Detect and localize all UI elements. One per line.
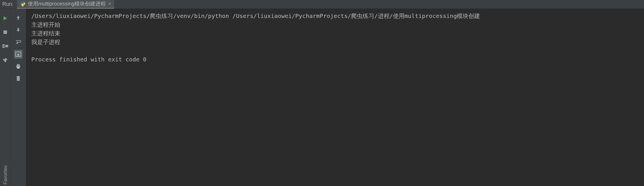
run-tool-window: Run: 使用multiprocessing模块创建进程 ×: [0, 0, 644, 186]
svg-rect-5: [17, 56, 19, 56]
svg-rect-11: [17, 76, 19, 76]
svg-rect-6: [17, 64, 20, 65]
favorites-tool-button[interactable]: ★ 2: Favorites: [3, 165, 8, 186]
svg-rect-9: [17, 77, 20, 81]
svg-rect-10: [16, 76, 20, 77]
scroll-down-button[interactable]: [14, 25, 23, 34]
svg-rect-0: [3, 30, 7, 34]
python-file-icon: [20, 1, 26, 7]
console-gutter: [10, 9, 26, 186]
layout-button[interactable]: [1, 42, 10, 50]
run-panel-header: Run: 使用multiprocessing模块创建进程 ×: [0, 0, 644, 9]
soft-wrap-button[interactable]: [14, 38, 23, 46]
panel-body: ★ 2: Favorites: [0, 9, 644, 186]
scroll-up-button[interactable]: [14, 13, 23, 22]
run-config-tab[interactable]: 使用multiprocessing模块创建进程 ×: [17, 0, 114, 9]
left-rail: ★ 2: Favorites: [0, 9, 10, 186]
svg-rect-1: [2, 44, 5, 46]
stop-button[interactable]: [1, 28, 10, 37]
svg-rect-2: [2, 46, 5, 48]
panel-title: Run:: [0, 1, 17, 7]
print-button[interactable]: [14, 62, 23, 71]
pin-button[interactable]: [1, 56, 10, 64]
svg-rect-3: [5, 45, 8, 47]
svg-rect-8: [17, 67, 20, 69]
tab-label: 使用multiprocessing模块创建进程: [28, 0, 106, 7]
clear-button[interactable]: [14, 74, 23, 83]
run-button[interactable]: [1, 14, 10, 23]
close-icon[interactable]: ×: [108, 1, 111, 7]
favorites-label: 2: Favorites: [3, 165, 8, 186]
scroll-to-end-button[interactable]: [14, 50, 23, 59]
console-output[interactable]: /Users/liuxiaowei/PycharmProjects/爬虫练习/v…: [26, 9, 644, 186]
